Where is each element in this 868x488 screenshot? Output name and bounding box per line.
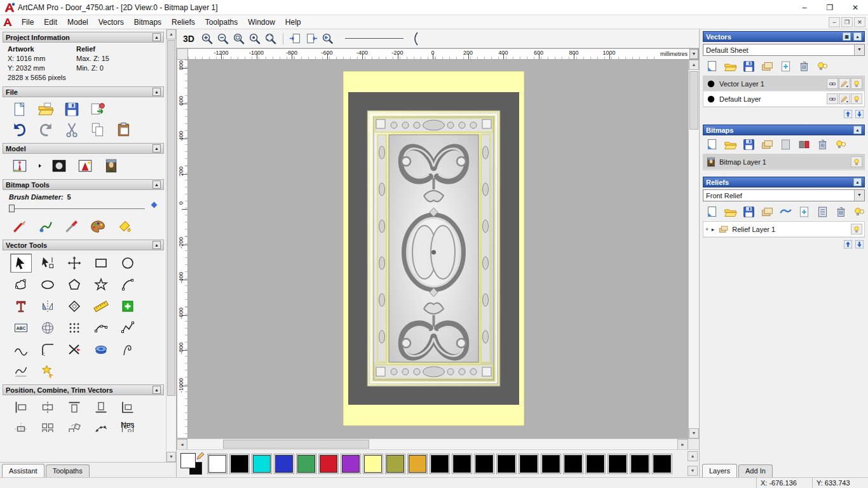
colour-swatch-3[interactable] (274, 454, 294, 474)
slider-handle[interactable] (9, 205, 15, 212)
save-layer-icon[interactable] (742, 60, 756, 73)
colour-swatch-17[interactable] (585, 454, 606, 474)
create-shape-tool[interactable] (10, 275, 32, 294)
menu-edit[interactable]: Edit (39, 15, 62, 29)
open-file-icon[interactable] (37, 101, 54, 118)
zoom-object-icon[interactable] (248, 32, 262, 46)
import-model-icon[interactable] (90, 101, 106, 118)
bitmap-to-vector-tool[interactable] (64, 318, 85, 337)
model-lighthouse-icon[interactable] (11, 158, 28, 174)
brush-diameter-slider[interactable] (9, 203, 145, 213)
move-layer-up-button[interactable] (843, 240, 853, 249)
model-greyscale-icon[interactable] (51, 158, 67, 174)
colour-swatch-18[interactable] (607, 454, 628, 474)
colour-swatch-5[interactable] (318, 454, 339, 474)
assistant-scrollbar[interactable]: ▲ ▼ (166, 29, 176, 462)
section-header-file[interactable]: File ▲ (3, 86, 164, 97)
align-corner-tool[interactable] (117, 398, 139, 417)
mirror-vectors-tool[interactable] (37, 297, 58, 316)
layer-row[interactable]: Bitmap Layer 1 (703, 154, 864, 170)
scroll-up-icon[interactable]: ▲ (688, 451, 698, 461)
tab-assistant[interactable]: Assistant (2, 464, 44, 477)
menu-vectors[interactable]: Vectors (93, 15, 129, 29)
section-header-project-information[interactable]: Project Information ▲ (3, 32, 164, 43)
tab-toolpaths[interactable]: Toolpaths (46, 464, 90, 477)
wrap-vectors-tool[interactable] (37, 318, 58, 337)
slider-track[interactable] (10, 208, 145, 209)
colour-swatch-11[interactable] (452, 454, 472, 474)
model-bitmap-icon[interactable] (103, 158, 119, 174)
node-editing-tool[interactable] (37, 254, 58, 273)
visibility-button[interactable] (851, 156, 862, 167)
new-sheet-icon[interactable] (797, 205, 811, 219)
align-centre-tool[interactable] (37, 398, 58, 417)
toggle-all-visibility-icon[interactable] (816, 60, 829, 73)
menu-model[interactable]: Model (62, 15, 93, 29)
colour-swatch-8[interactable] (385, 454, 405, 474)
scrollbar-thumb[interactable] (689, 71, 698, 130)
merge-layers-icon[interactable] (761, 60, 774, 73)
move-layer-down-button[interactable] (855, 109, 864, 119)
reliefs-panel-header[interactable]: Reliefs ▲ (703, 177, 865, 187)
mdi-restore-button[interactable]: ❐ (841, 17, 853, 27)
colour-swatch-6[interactable] (341, 454, 361, 474)
greyscale-sheet-icon[interactable] (779, 138, 792, 151)
measure-tool[interactable] (90, 297, 112, 316)
edit-button[interactable] (839, 78, 850, 89)
create-star-tool[interactable] (90, 275, 112, 294)
colour-swatch-0[interactable] (207, 454, 227, 474)
menu-help[interactable]: Help (280, 15, 306, 29)
layer-row[interactable]: Vector Layer 1 (703, 76, 864, 92)
load-layer-icon[interactable] (724, 205, 737, 219)
door-artwork[interactable] (343, 71, 524, 426)
menu-toolpaths[interactable]: Toolpaths (200, 15, 243, 29)
rollup-icon[interactable]: ▲ (153, 88, 161, 96)
save-icon[interactable] (64, 101, 80, 118)
page-forward-icon[interactable] (288, 32, 302, 46)
delete-layer-icon[interactable] (834, 205, 848, 219)
colour-convert-icon[interactable] (797, 138, 811, 151)
visibility-button[interactable] (851, 78, 862, 89)
toggle-all-visibility-icon[interactable] (853, 205, 866, 219)
pin-icon[interactable]: ▣ (843, 32, 851, 41)
section-header-vector-tools[interactable]: Vector Tools ▲ (3, 240, 164, 250)
zoom-in-icon[interactable] (200, 32, 214, 46)
align-centre-both-tool[interactable] (10, 419, 32, 432)
rollup-icon[interactable]: ▲ (853, 126, 862, 134)
section-header-model[interactable]: Model ▲ (3, 143, 164, 154)
cut-icon[interactable] (64, 121, 80, 138)
join-vectors-tool[interactable] (10, 340, 32, 359)
layer-row[interactable]: + ▸Relief Layer 1 (703, 222, 864, 237)
new-document-icon[interactable] (11, 101, 28, 118)
transform-tool[interactable] (64, 254, 85, 273)
layer-row[interactable]: Default Layer (703, 92, 864, 107)
trim-vectors-tool[interactable] (64, 340, 85, 359)
colour-picker-icon[interactable] (64, 218, 80, 234)
edit-button[interactable] (839, 93, 850, 104)
paste-icon[interactable] (116, 121, 132, 138)
create-circle-tool[interactable] (117, 254, 139, 273)
text-block-tool[interactable]: ABC (10, 318, 32, 337)
horizontal-scrollbar[interactable]: ◄ ► (177, 438, 699, 449)
colour-swatch-1[interactable] (229, 454, 250, 474)
save-layer-icon[interactable] (742, 205, 756, 219)
visibility-button[interactable] (851, 93, 862, 104)
colour-swatch-14[interactable] (519, 454, 539, 474)
sheet-selector[interactable]: Default Sheet ▼ (703, 44, 865, 56)
rollup-icon[interactable]: ▲ (853, 32, 862, 41)
scroll-down-icon[interactable]: ▼ (688, 466, 698, 476)
paste-vector-tool[interactable] (117, 297, 139, 316)
menu-window[interactable]: Window (243, 15, 280, 29)
fit-arcs-tool[interactable] (90, 318, 112, 337)
scrollbar-thumb[interactable] (167, 40, 175, 396)
undo-icon[interactable] (11, 121, 28, 138)
colour-swatch-19[interactable] (630, 454, 650, 474)
colour-swatch-20[interactable] (652, 454, 672, 474)
unit-dropdown-icon[interactable]: ▼ (689, 49, 698, 59)
calculate-icon[interactable] (816, 205, 829, 219)
maximize-button[interactable]: ❐ (817, 0, 843, 15)
menu-bitmaps[interactable]: Bitmaps (129, 15, 166, 29)
link-button[interactable] (827, 93, 838, 104)
paste-along-curve-tool[interactable] (90, 419, 112, 432)
flood-fill-icon[interactable] (116, 218, 132, 234)
